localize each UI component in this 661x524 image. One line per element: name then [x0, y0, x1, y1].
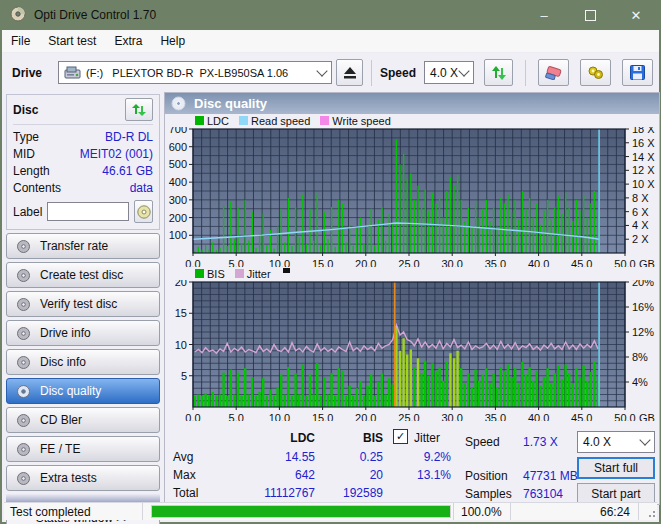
svg-text:50.0: 50.0 — [614, 412, 635, 421]
ldc-speed-chart: 70060050040030020010018 X16 X14 X12 X10 … — [165, 127, 659, 267]
disc-icon — [16, 471, 31, 486]
cd-icon — [137, 205, 151, 219]
refresh-icon — [491, 66, 507, 80]
close-button[interactable]: ✕ — [613, 0, 659, 30]
disc-icon — [16, 326, 31, 341]
menu-file[interactable]: File — [2, 30, 39, 52]
save-icon — [630, 65, 645, 80]
test-speed-select[interactable]: 4.0 X — [577, 431, 655, 453]
disc-panel-title: Disc — [13, 103, 38, 117]
menu-help[interactable]: Help — [151, 30, 194, 52]
svg-text:16 X: 16 X — [632, 137, 655, 149]
sidebar-item-disc-info[interactable]: Disc info — [6, 349, 160, 375]
disc-quality-icon — [171, 96, 186, 111]
disc-field-length: Length46.61 GB — [13, 163, 153, 180]
save-button[interactable] — [622, 59, 653, 86]
refresh-icon — [132, 104, 146, 116]
disc-refresh-button[interactable] — [125, 98, 153, 121]
disc-panel: Disc TypeBD-R DLMIDMEIT02 (001)Length46.… — [6, 94, 160, 230]
svg-text:25.0: 25.0 — [398, 258, 419, 267]
chart1-legend: LDCRead speedWrite speed — [195, 114, 659, 127]
tools-button[interactable] — [580, 59, 611, 86]
svg-text:10.0: 10.0 — [269, 258, 290, 267]
sidebar: Disc TypeBD-R DLMIDMEIT02 (001)Length46.… — [6, 94, 160, 524]
svg-text:6 X: 6 X — [632, 206, 649, 218]
eject-button[interactable] — [336, 59, 363, 86]
disc-field-contents: Contentsdata — [13, 180, 153, 197]
svg-text:45.0: 45.0 — [571, 258, 592, 267]
svg-text:30.0: 30.0 — [441, 258, 462, 267]
progress-bar — [151, 505, 451, 518]
svg-text:2 X: 2 X — [632, 233, 649, 245]
svg-text:GB: GB — [639, 412, 655, 421]
speed-select[interactable]: 4.0 X — [424, 61, 474, 84]
jitter-checkbox[interactable]: ✓ — [393, 429, 408, 444]
drive-label: Drive — [12, 66, 42, 80]
chevron-down-icon — [639, 434, 650, 445]
tools-icon — [587, 65, 604, 80]
chevron-down-icon — [458, 65, 469, 76]
legend-ldc: LDC — [195, 115, 229, 127]
progress-percent: 100.0% — [454, 503, 511, 520]
sidebar-item-disc-quality[interactable]: Disc quality — [6, 378, 160, 404]
jitter-checkbox-label: Jitter — [414, 431, 440, 445]
jitter-avg-value: 9.2% — [361, 450, 451, 464]
drive-select[interactable]: (F:) PLEXTOR BD-R PX-LB950SA 1.06 — [58, 61, 332, 84]
menu-extra[interactable]: Extra — [105, 30, 151, 52]
label-field-label: Label — [13, 205, 42, 219]
toolbar: Drive (F:) PLEXTOR BD-R PX-LB950SA 1.06 … — [2, 53, 659, 92]
start-full-button[interactable]: Start full — [577, 457, 655, 479]
refresh-button[interactable] — [484, 59, 513, 86]
progress-fill — [152, 506, 450, 517]
sidebar-item-create-test-disc[interactable]: Create test disc — [6, 262, 160, 288]
disc-field-mid: MIDMEIT02 (001) — [13, 146, 153, 163]
sidebar-item-fe-te[interactable]: FE / TE — [6, 436, 160, 462]
sidebar-item-cd-bler[interactable]: CD Bler — [6, 407, 160, 433]
svg-text:15.0: 15.0 — [312, 412, 333, 421]
maximize-button[interactable] — [567, 0, 613, 30]
maximize-icon — [585, 10, 596, 21]
status-text: Test completed — [4, 503, 143, 520]
minimize-button[interactable]: – — [521, 0, 567, 30]
legend-marker — [283, 268, 290, 273]
svg-text:10.0: 10.0 — [269, 412, 290, 421]
svg-text:20.0: 20.0 — [355, 412, 376, 421]
sidebar-item-drive-info[interactable]: Drive info — [6, 320, 160, 346]
disc-icon — [16, 268, 31, 283]
label-input[interactable] — [47, 202, 129, 221]
bis-total-value: 192589 — [293, 486, 383, 500]
disc-quality-panel: Disc quality LDCRead speedWrite speed 70… — [164, 92, 660, 505]
disc-icon — [16, 384, 31, 399]
svg-text:25.0: 25.0 — [398, 412, 419, 421]
svg-text:200: 200 — [169, 212, 187, 224]
sidebar-item-extra-tests[interactable]: Extra tests — [6, 465, 160, 491]
disc-icon — [16, 413, 31, 428]
drive-icon — [64, 66, 81, 80]
sidebar-item-transfer-rate[interactable]: Transfer rate — [6, 233, 160, 259]
svg-text:5: 5 — [181, 370, 187, 382]
erase-disc-button[interactable] — [538, 59, 569, 86]
svg-text:35.0: 35.0 — [485, 412, 506, 421]
total-row-label: Total — [173, 486, 198, 500]
svg-text:30.0: 30.0 — [441, 412, 462, 421]
disc-field-type: TypeBD-R DL — [13, 129, 153, 146]
legend-bis: BIS — [195, 268, 225, 280]
svg-text:600: 600 — [169, 141, 187, 153]
samples-stat-value: 763104 — [523, 487, 563, 501]
chevron-down-icon — [316, 65, 327, 76]
svg-text:4 X: 4 X — [632, 219, 649, 231]
resize-grip[interactable] — [645, 507, 655, 517]
bis-column-header: BIS — [293, 431, 383, 445]
menu-start-test[interactable]: Start test — [39, 30, 105, 52]
legend-write-speed: Write speed — [320, 115, 391, 127]
disc-icon — [16, 297, 31, 312]
app-window: Opti Drive Control 1.70 – ✕ FileStart te… — [0, 0, 661, 524]
position-stat-value: 47731 MB — [523, 469, 578, 483]
window-title: Opti Drive Control 1.70 — [34, 8, 521, 22]
svg-text:45.0: 45.0 — [571, 412, 592, 421]
disc-label-button[interactable] — [134, 200, 153, 223]
menubar: FileStart testExtraHelp — [2, 30, 659, 53]
eject-icon — [343, 67, 357, 79]
sidebar-item-verify-test-disc[interactable]: Verify test disc — [6, 291, 160, 317]
svg-text:18 X: 18 X — [632, 127, 655, 135]
